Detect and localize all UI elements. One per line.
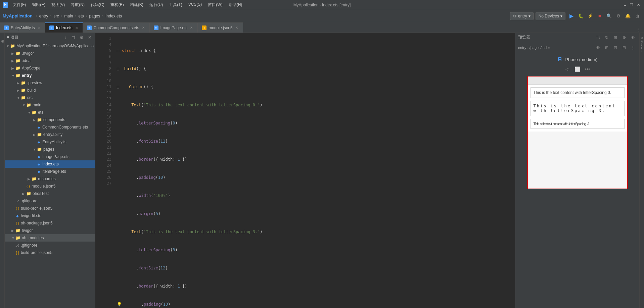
tab-close-common[interactable]: ✕ [141,25,145,30]
preview-split-button[interactable]: ⊟ [620,44,628,51]
tab-entryability[interactable]: e EntryAbility.ts ✕ [0,22,45,33]
tab-close-index[interactable]: ✕ [75,26,79,30]
tab-module[interactable]: j module.json5 ✕ [198,22,243,33]
menu-run[interactable]: 运行(U) [147,1,166,8]
search-button[interactable]: 🔍 [605,12,613,20]
settings-button[interactable]: ⚙ [614,12,623,20]
preview-settings-button[interactable]: ⚙ [620,34,628,41]
tree-item-ohpackage[interactable]: { } oh-package.json5 [5,219,95,227]
tree-item-ohostest[interactable]: ▶ 📁 ohosTest [5,190,95,197]
notifications-button[interactable]: 🔔 [624,12,632,20]
notif-item[interactable]: Notifications [640,37,643,52]
tabs-bar: e EntryAbility.ts ✕ e Index.ets ✕ e Comm… [0,22,644,33]
breadcrumb-entry[interactable]: entry [39,14,48,18]
run-button[interactable]: ▶ [567,12,576,20]
sidebar-close-button[interactable]: ✕ [86,34,93,41]
theme-button[interactable]: ◑ [633,12,641,20]
minimize-button[interactable]: – [622,2,628,8]
menu-file[interactable]: 文件(F) [10,1,29,8]
sidebar-settings-button[interactable]: ⚙ [78,34,85,41]
tab-close-image[interactable]: ✕ [189,25,193,30]
tree-item-gitignore[interactable]: ⎇ .gitignore [5,197,95,205]
preview-refresh-button[interactable]: ↻ [603,34,610,41]
sidebar-expand-button[interactable]: ↕ [62,34,69,41]
breadcrumb-indexets[interactable]: Index.ets [105,14,122,18]
tree-item-main[interactable]: ▼ 📁 main [5,101,95,109]
code-editor[interactable]: □ struct Index { □ build() { □ Column() … [114,33,515,308]
tree-item-entryability-file[interactable]: ◆ EntryAbility.ts [5,138,95,146]
tab-close-module[interactable]: ✕ [235,25,239,30]
menu-nav[interactable]: 导航(N) [68,1,87,8]
activity-bookmarks[interactable]: 书签 [1,34,4,41]
close-button[interactable]: ✕ [635,2,641,8]
tree-item-build[interactable]: ▶ 📁 build [5,87,95,94]
preview-home-button[interactable]: ⬜ [573,65,582,73]
preview-eye-icon[interactable]: 👁 [594,44,602,51]
preview-font-button[interactable]: T↕ [594,34,602,41]
breadcrumb-ets[interactable]: ets [79,14,84,18]
tab-commoncomponents[interactable]: e CommonComponents.ets ✕ [83,22,150,33]
breadcrumb-main[interactable]: main [64,14,73,18]
preview-more-nav[interactable]: ••• [584,65,592,73]
menu-help[interactable]: 帮助(H) [226,1,245,8]
tree-label-hvigor-root: hvigor [22,228,33,233]
tree-item-entryability-folder[interactable]: ▶ 📁 entryability [5,131,95,138]
preview-eye-button[interactable]: 👁 [629,34,637,41]
tree-item-gitignore2[interactable]: ⎇ .gitignore [5,242,95,249]
debug-button[interactable]: 🐛 [577,12,585,20]
tree-item-components[interactable]: ▶ 📁 components [5,116,95,123]
sidebar: ■ 项目 ↕ ⇈ ⚙ ✕ ▼ 📁 MyApplication E:\Harmon… [5,33,95,308]
tree-item-appscope[interactable]: ▶ 📁 AppScope [5,64,95,72]
menu-build[interactable]: 构建(B) [127,1,146,8]
tree-item-itempage[interactable]: ◆ ItemPage.ets [5,168,95,175]
menu-view[interactable]: 视图(V) [49,1,67,8]
restore-button[interactable]: ❐ [629,2,635,8]
tree-item-src[interactable]: ▼ 📁 src [5,94,95,101]
tab-settings-button[interactable]: ⋮ [635,26,641,33]
tab-icon-common: e [87,25,92,30]
preview-back-button[interactable]: ◁ [563,65,571,73]
tree-item-commoncomponents[interactable]: ◆ CommonComponents.ets [5,123,95,131]
tree-item-indexets[interactable]: ◆ Index.ets [5,160,95,168]
device-icon: 🖥 [557,56,562,62]
sidebar-collapse-button[interactable]: ⇈ [70,34,77,41]
breadcrumb-pages[interactable]: pages [89,14,100,18]
activity-bar: 书签 [0,33,5,308]
preview-more-button[interactable]: ⋮ [629,44,637,51]
tree-item-entry[interactable]: ▼ 📁 entry [5,72,95,79]
tree-item-hvigorfile[interactable]: ◆ hvigorfile.ts [5,212,95,219]
profile-button[interactable]: ⚡ [586,12,594,20]
tree-item-buildprofile[interactable]: { } build-profile.json5 [5,205,95,212]
tab-close-entryability[interactable]: ✕ [37,25,41,30]
tree-item-preview[interactable]: ▶ 📁 .preview [5,79,95,87]
menu-tools[interactable]: 工具(T) [166,1,185,8]
tree-item-imagepage[interactable]: ◆ ImagePage.ets [5,153,95,160]
tree-item-resources[interactable]: ▶ 📁 resources [5,175,95,183]
menu-edit[interactable]: 编辑(E) [29,1,48,8]
tree-item-hvigor-root[interactable]: ▶ 📁 hvigor [5,227,95,234]
stop-button[interactable]: ■ [596,12,604,20]
code-container[interactable]: 345678 91011121314 151617181920 21222324… [95,33,515,308]
entry-dropdown[interactable]: ⚙ entry ▾ [510,12,534,20]
tree-item-idea[interactable]: ▶ 📁 .idea [5,57,95,64]
preview-grid-button[interactable]: ⊞ [603,44,610,51]
tree-item-buildprofile2[interactable]: { } build-profile.json5 [5,249,95,256]
tree-item-ets[interactable]: ▼ 📁 ets [5,109,95,116]
file-icon-ts1: ◆ [37,140,41,144]
menu-code[interactable]: 代码(C) [88,1,107,8]
preview-layers-button[interactable]: ⊞ [612,34,619,41]
tree-item-oh_modules[interactable]: ▼ 📁 oh_modules [5,234,95,242]
menu-refactor[interactable]: 重构(B) [108,1,127,8]
tab-imagepage[interactable]: e ImagePage.ets ✕ [150,22,198,33]
tree-item-modulejson[interactable]: { } module.json5 [5,183,95,190]
tree-item-root[interactable]: ▼ 📁 MyApplication E:\HarmonyOS\MyApplica… [5,42,95,50]
menu-vcs[interactable]: VCS(S) [186,1,205,8]
preview-layout-button[interactable]: ⊡ [612,44,619,51]
menu-window[interactable]: 窗口(W) [205,1,225,8]
breadcrumb-src[interactable]: src [54,14,59,18]
tab-index[interactable]: e Index.ets ✕ [45,22,83,33]
tree-item-pages[interactable]: ▼ 📁 pages [5,146,95,153]
titlebar: H 文件(F) 编辑(E) 视图(V) 导航(N) 代码(C) 重构(B) 构建… [0,0,644,10]
devices-dropdown[interactable]: No Devices ▾ [536,12,565,20]
tree-item-hvigor[interactable]: ▶ 📁 .hvigor [5,50,95,57]
